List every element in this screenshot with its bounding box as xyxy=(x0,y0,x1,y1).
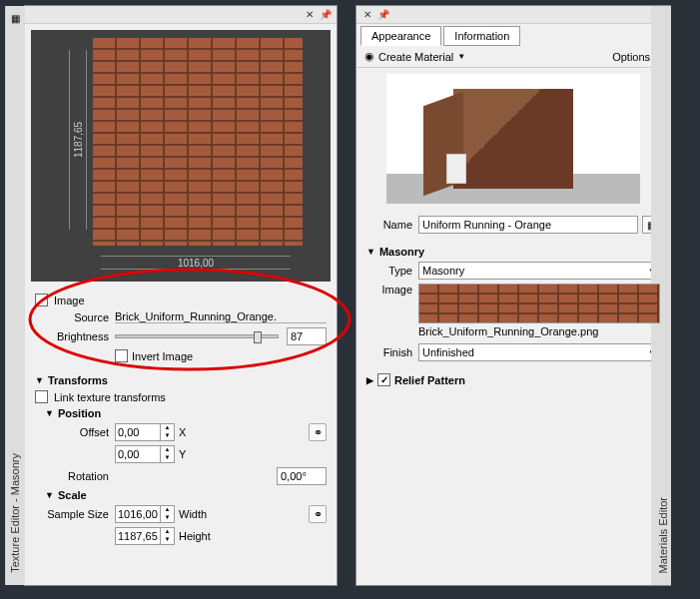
position-header[interactable]: ▼ Position xyxy=(35,405,327,421)
source-value[interactable]: Brick_Uniform_Running_Orange. xyxy=(115,310,327,323)
close-icon[interactable]: ✕ xyxy=(360,8,374,22)
subheader: ◉ Create Material ▼ Options ▼ xyxy=(356,46,670,68)
brick-texture-image xyxy=(93,38,303,246)
pin-icon[interactable]: 📌 xyxy=(319,8,333,22)
image-checkbox[interactable] xyxy=(35,294,48,306)
close-icon[interactable]: ✕ xyxy=(303,8,317,22)
tool-icon[interactable]: ▦ xyxy=(8,10,24,26)
rotation-input[interactable] xyxy=(277,467,327,485)
sample-size-label: Sample Size xyxy=(35,508,115,520)
scale-header[interactable]: ▼ Scale xyxy=(35,487,327,503)
link-transforms-checkbox[interactable] xyxy=(35,390,48,403)
dimension-horizontal: 1016,00 xyxy=(101,256,291,270)
invert-checkbox[interactable] xyxy=(115,349,128,362)
type-select[interactable]: Masonry ▼ xyxy=(418,262,660,280)
height-label: Height xyxy=(179,530,211,542)
finish-select[interactable]: Unfinished ▼ xyxy=(418,343,660,361)
texture-preview: 1187,65 1016,00 xyxy=(31,30,331,282)
materials-editor-panel: Materials Editor ✕ 📌 Appearance Informat… xyxy=(355,5,671,586)
masonry-section: ▼ Masonry Type Masonry ▼ Image Brick_Uni… xyxy=(356,240,670,367)
x-label: X xyxy=(179,426,186,438)
width-input[interactable]: ▲▼ xyxy=(115,505,175,523)
panel-title-vertical: Materials Editor xyxy=(655,493,671,577)
brightness-input[interactable] xyxy=(287,327,327,345)
create-material-button[interactable]: ◉ Create Material ▼ xyxy=(364,50,465,63)
source-label: Source xyxy=(35,311,115,323)
chevron-down-icon: ▼ xyxy=(35,375,44,385)
relief-checkbox[interactable]: ✓ xyxy=(377,373,390,386)
chevron-down-icon: ▼ xyxy=(457,52,465,61)
image-label: Image xyxy=(366,284,418,296)
relief-header[interactable]: ▶ ✓ Relief Pattern xyxy=(366,371,660,388)
transforms-section: ▼ Transforms Link texture transforms ▼ P… xyxy=(25,368,337,551)
offset-y-input[interactable]: ▲▼ xyxy=(115,445,175,463)
material-scene-preview xyxy=(386,74,640,204)
tabs: Appearance Information xyxy=(356,26,670,46)
brightness-label: Brightness xyxy=(35,330,115,342)
chevron-down-icon: ▼ xyxy=(45,490,54,500)
finish-label: Finish xyxy=(366,346,418,358)
name-label: Name xyxy=(366,219,418,231)
scene-chair xyxy=(446,154,466,184)
texture-editor-panel: ▦ Texture Editor - Masonry ✕ 📌 1187,65 1… xyxy=(24,5,338,586)
pin-icon[interactable]: 📌 xyxy=(376,8,390,22)
relief-section: ▶ ✓ Relief Pattern xyxy=(356,367,670,392)
image-filename: Brick_Uniform_Running_Orange.png xyxy=(418,323,660,339)
offset-x-input[interactable]: ▲▼ xyxy=(115,423,175,441)
dimension-vertical: 1187,65 xyxy=(69,50,87,230)
height-input[interactable]: ▲▼ xyxy=(115,527,175,545)
name-row: Name ▦ xyxy=(356,210,670,240)
right-titlebar: ✕ 📌 xyxy=(356,6,670,24)
invert-label: Invert Image xyxy=(132,350,193,362)
link-wh-icon[interactable]: ⚭ xyxy=(309,505,327,523)
name-input[interactable] xyxy=(418,216,638,234)
left-titlebar: ✕ 📌 xyxy=(25,6,337,24)
rotation-label: Rotation xyxy=(35,470,115,482)
slider-thumb[interactable] xyxy=(254,331,262,343)
offset-label: Offset xyxy=(35,426,115,438)
image-section: Image Source Brick_Uniform_Running_Orang… xyxy=(25,288,337,368)
brightness-slider[interactable] xyxy=(115,334,279,338)
tab-appearance[interactable]: Appearance xyxy=(360,26,441,46)
y-label: Y xyxy=(179,448,186,460)
scene-wall xyxy=(453,89,573,189)
panel-title-vertical: Texture Editor - Masonry xyxy=(7,449,23,577)
link-xy-icon[interactable]: ⚭ xyxy=(309,423,327,441)
tab-information[interactable]: Information xyxy=(443,26,520,46)
chevron-down-icon: ▼ xyxy=(366,247,375,257)
type-label: Type xyxy=(366,265,418,277)
image-header: Image xyxy=(54,295,85,306)
transforms-header[interactable]: ▼ Transforms xyxy=(35,372,327,388)
chevron-right-icon: ▶ xyxy=(366,375,373,385)
masonry-header[interactable]: ▼ Masonry xyxy=(366,244,660,260)
width-label: Width xyxy=(179,508,207,520)
chevron-down-icon: ▼ xyxy=(45,408,54,418)
link-transforms-label: Link texture transforms xyxy=(54,391,166,403)
sphere-icon: ◉ xyxy=(364,50,374,63)
image-swatch[interactable] xyxy=(418,284,660,323)
